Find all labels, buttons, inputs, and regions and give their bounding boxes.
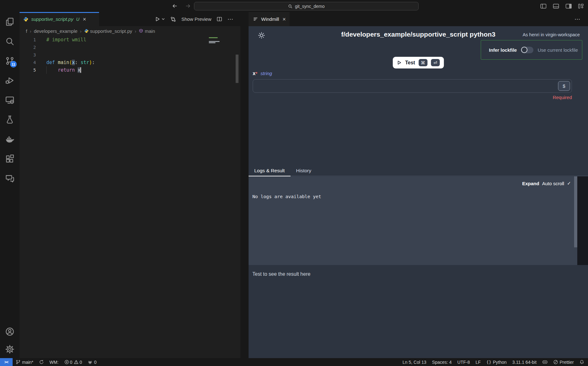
variable-picker-button[interactable]: $ <box>558 81 570 91</box>
panel-more-actions-icon[interactable]: ⋯ <box>574 15 588 23</box>
test-button[interactable]: Test ⌘ ⏎ <box>393 57 444 68</box>
code-line: 2 <box>20 44 240 51</box>
breadcrumb-file[interactable]: supportive_script.py <box>84 28 132 34</box>
tab-supportive-script[interactable]: supportive_script.py U × <box>20 12 99 26</box>
chevron-right-icon: › <box>135 28 136 34</box>
chevron-right-icon: › <box>80 28 82 34</box>
toggle-panel-icon[interactable] <box>553 4 559 9</box>
code-line: 4def main(x: str): <box>20 59 240 66</box>
nav-forward-icon[interactable] <box>185 3 191 9</box>
use-current-lockfile-label: Use current lockfile <box>538 47 578 53</box>
warning-icon <box>74 360 79 364</box>
eol-item[interactable]: LF <box>475 360 480 365</box>
problems-item[interactable]: 0 0 <box>64 360 82 365</box>
python-file-icon <box>84 29 89 33</box>
argument-field: x * string $ Required <box>253 71 572 100</box>
sync-changes-item[interactable] <box>39 360 44 364</box>
infer-lockfile-label: Infer lockfile <box>489 47 517 53</box>
minimap-mark <box>209 37 218 38</box>
lockfile-toggle[interactable] <box>521 47 533 53</box>
tab-windmill[interactable]: Windmill × <box>249 12 290 26</box>
python-file-icon <box>23 17 28 22</box>
symbol-cube-icon <box>139 29 143 33</box>
show-preview-button[interactable]: Show Preview <box>181 16 211 22</box>
copilot-icon[interactable] <box>542 360 548 364</box>
radio-tower-icon <box>88 360 92 364</box>
comments-icon[interactable] <box>0 168 20 188</box>
logs-scroll-gutter <box>577 176 588 265</box>
ports-item[interactable]: 0 <box>88 360 97 365</box>
field-name: x <box>253 71 256 76</box>
docker-icon[interactable] <box>0 129 20 149</box>
editor-group: supportive_script.py U × Show Preview ⋯ <box>20 12 240 358</box>
branch-name: main* <box>22 360 33 365</box>
code-editor[interactable]: 1# import wmill234def main(x: str):5 ret… <box>20 36 240 74</box>
explorer-icon[interactable] <box>0 12 20 32</box>
breadcrumb-folder[interactable]: developers_example <box>34 28 77 34</box>
windmill-status-item[interactable]: WM: <box>50 360 59 365</box>
language-mode-item[interactable]: {} Python <box>486 360 507 365</box>
tab-history[interactable]: History <box>291 166 317 176</box>
autoscroll-toggle[interactable]: Auto scroll <box>542 181 564 186</box>
close-tab-icon[interactable]: × <box>83 16 86 22</box>
tab-logs-result[interactable]: Logs & Result <box>249 166 291 176</box>
split-editor-icon[interactable] <box>217 16 222 22</box>
copilot-icon <box>542 360 548 364</box>
editor-more-actions-icon[interactable]: ⋯ <box>227 15 234 23</box>
settings-gear-icon[interactable] <box>0 340 20 358</box>
source-control-icon[interactable]: 11 <box>0 51 20 71</box>
source-control-badge: 11 <box>10 61 17 68</box>
customize-layout-icon[interactable] <box>578 4 584 9</box>
run-file-icon[interactable] <box>155 16 160 22</box>
expand-button[interactable]: Expand <box>522 181 539 186</box>
toggle-sidebar-icon[interactable] <box>540 4 546 9</box>
encoding-item[interactable]: UTF-8 <box>457 360 470 365</box>
error-count: 0 <box>70 360 73 365</box>
prettier-label: Prettier <box>560 360 574 365</box>
x-value-input[interactable] <box>253 80 572 92</box>
cursor-position-item[interactable]: Ln 5, Col 13 <box>403 360 426 365</box>
error-icon <box>64 360 69 364</box>
minimap-mark <box>209 42 215 43</box>
editor-scrollbar[interactable] <box>236 55 238 83</box>
testing-icon[interactable] <box>0 110 20 129</box>
search-panel-icon[interactable] <box>0 32 20 51</box>
warning-count: 0 <box>79 360 82 365</box>
search-icon <box>288 4 292 9</box>
minimap[interactable] <box>208 36 221 55</box>
enter-key-badge: ⏎ <box>431 59 440 66</box>
open-changes-icon[interactable] <box>170 16 176 22</box>
slash-circle-icon <box>553 360 558 364</box>
account-icon[interactable] <box>0 323 20 340</box>
code-lines: 1# import wmill234def main(x: str):5 ret… <box>20 36 240 74</box>
windmill-panel-group: Windmill × ⋯ f/developers_example/suppor… <box>249 12 588 358</box>
run-dropdown-icon[interactable] <box>162 17 165 21</box>
test-button-label: Test <box>405 60 415 66</box>
title-bar: git_sync_demo <box>0 0 588 12</box>
required-marker: * <box>256 71 257 76</box>
toggle-secondary-sidebar-icon[interactable] <box>566 4 572 9</box>
prettier-item[interactable]: Prettier <box>553 360 574 365</box>
python-interpreter-item[interactable]: 3.11.1 64-bit <box>512 360 537 365</box>
logs-panel: Expand Auto scroll ✓ No logs are availab… <box>249 176 588 265</box>
git-branch-item[interactable]: main* <box>16 360 33 365</box>
remote-explorer-icon[interactable] <box>0 90 20 110</box>
result-panel: Test to see the result here <box>249 265 588 358</box>
result-tab-bar: Logs & Result History <box>249 166 588 176</box>
extensions-icon[interactable] <box>0 149 20 168</box>
indentation-item[interactable]: Spaces: 4 <box>432 360 452 365</box>
breadcrumb-folder[interactable]: f <box>26 28 27 34</box>
lockfile-options: Infer lockfile Use current lockfile <box>481 40 582 60</box>
run-debug-icon[interactable] <box>0 71 20 90</box>
logs-scrollbar[interactable] <box>574 176 577 247</box>
check-icon: ✓ <box>567 180 571 186</box>
editor-tab-bar: supportive_script.py U × Show Preview ⋯ <box>20 12 240 26</box>
close-windmill-tab-icon[interactable]: × <box>282 16 286 22</box>
remote-indicator[interactable]: >< <box>0 358 13 366</box>
command-center-search[interactable]: git_sync_demo <box>194 2 419 10</box>
ports-count: 0 <box>94 360 97 365</box>
notifications-bell-icon[interactable] <box>579 360 584 364</box>
breadcrumb-symbol[interactable]: main <box>139 28 155 34</box>
workspace-context: As henri in virgin-workspace <box>523 32 580 37</box>
nav-back-icon[interactable] <box>172 3 178 9</box>
